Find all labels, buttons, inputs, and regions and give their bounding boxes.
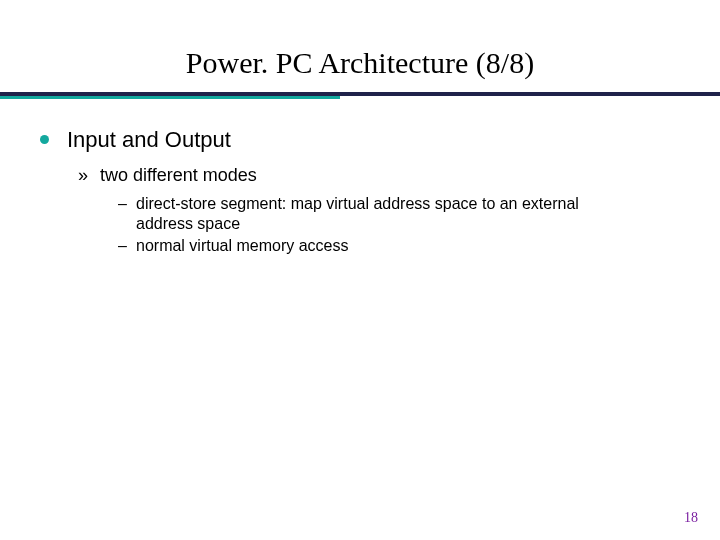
bullet-text: normal virtual memory access — [136, 236, 349, 256]
slide-content: Input and Output » two different modes –… — [0, 99, 720, 256]
bullet-level-3: – direct-store segment: map virtual addr… — [118, 194, 680, 234]
slide-title: Power. PC Architecture (8/8) — [0, 0, 720, 92]
bullet-level-3: – normal virtual memory access — [118, 236, 680, 256]
chevron-right-icon: » — [78, 165, 100, 186]
bullet-level-2: » two different modes — [78, 165, 680, 186]
dash-icon: – — [118, 195, 136, 213]
bullet-text: Input and Output — [67, 127, 231, 153]
bullet-text: two different modes — [100, 165, 257, 186]
bullet-text: direct-store segment: map virtual addres… — [136, 194, 640, 234]
dash-icon: – — [118, 237, 136, 255]
bullet-level-1: Input and Output — [40, 127, 680, 153]
page-number: 18 — [684, 510, 698, 526]
divider — [0, 92, 720, 99]
dot-icon — [40, 135, 49, 144]
slide: Power. PC Architecture (8/8) Input and O… — [0, 0, 720, 540]
